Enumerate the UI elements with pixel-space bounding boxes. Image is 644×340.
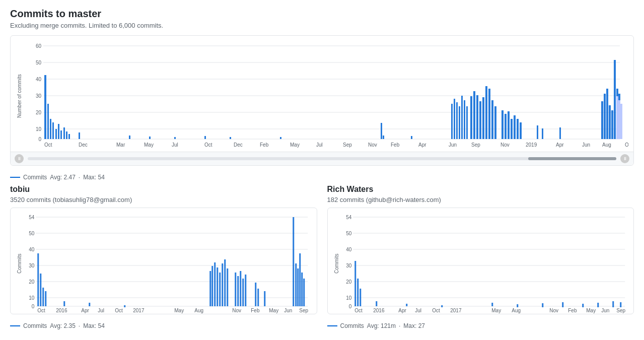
svg-text:Aug: Aug [512,308,521,313]
svg-text:2017: 2017 [133,308,145,313]
svg-rect-29 [230,137,231,139]
svg-rect-108 [40,274,41,306]
tobiu-avg: Avg: 2.35 [50,322,75,329]
svg-rect-175 [612,301,614,307]
tobiu-legend: Commits Avg: 2.35 · Max: 54 [10,318,317,333]
svg-text:0: 0 [32,304,35,309]
svg-rect-109 [42,288,44,306]
svg-rect-59 [559,127,561,139]
svg-rect-62 [606,89,608,139]
svg-text:May: May [491,308,501,313]
svg-rect-165 [360,289,361,306]
svg-rect-51 [505,114,507,139]
svg-rect-176 [620,302,621,307]
svg-rect-58 [542,128,543,139]
svg-text:Jun: Jun [284,308,292,313]
svg-rect-30 [280,137,281,139]
svg-text:May: May [269,308,278,313]
main-scrollbar-thumb[interactable] [528,157,616,160]
svg-text:Dec: Dec [234,142,243,148]
svg-rect-168 [441,305,443,307]
svg-rect-133 [299,253,301,306]
svg-rect-173 [582,304,584,307]
svg-text:Jul: Jul [98,308,104,313]
rich-waters-chart-area: 54 50 40 30 20 10 0 [339,213,629,314]
svg-text:20: 20 [29,279,35,285]
svg-rect-66 [616,96,618,139]
svg-text:May: May [290,142,300,148]
svg-text:Apr: Apr [556,142,564,148]
page-title: Commits to master [10,8,634,20]
svg-rect-174 [597,303,599,307]
svg-text:10: 10 [346,295,352,301]
svg-text:Oct: Oct [625,142,628,148]
svg-rect-21 [63,127,65,139]
svg-rect-27 [174,137,176,139]
svg-text:50: 50 [29,231,35,236]
svg-text:Aug: Aug [194,308,203,313]
tobiu-name: tobiu [10,185,317,194]
svg-rect-28 [204,136,206,139]
svg-text:2016: 2016 [373,308,385,313]
svg-text:Feb: Feb [251,308,260,313]
main-chart-legend: Commits Avg: 2.47 · Max: 54 [10,170,634,185]
svg-text:Apr: Apr [398,308,406,313]
svg-text:2016: 2016 [56,308,67,313]
svg-rect-25 [129,135,130,139]
svg-rect-18 [55,129,57,139]
svg-rect-123 [237,276,239,306]
svg-text:10: 10 [36,126,42,132]
svg-rect-163 [354,261,356,306]
main-play-button-right[interactable]: ⏸ [620,154,629,163]
svg-rect-41 [470,96,472,139]
svg-text:Feb: Feb [391,142,400,148]
svg-text:30: 30 [346,263,352,268]
svg-text:10: 10 [29,295,35,301]
svg-text:Apr: Apr [418,142,426,148]
svg-rect-128 [257,289,259,306]
rich-waters-legend: Commits Avg: 121m · Max: 27 [327,318,634,333]
svg-rect-23 [68,134,70,139]
main-chart-area: 60 50 40 30 20 10 0 [22,41,628,152]
svg-text:Nov: Nov [232,308,241,313]
tobiu-commits-info: 3520 commits (tobiasuhlig78@gmail.com) [10,196,317,203]
tobiu-legend-swatch [10,325,20,326]
svg-rect-107 [37,253,39,306]
svg-rect-31 [381,123,382,139]
svg-text:Feb: Feb [260,142,269,148]
svg-text:0: 0 [38,137,41,142]
svg-rect-167 [406,304,407,306]
svg-rect-69 [618,94,620,100]
svg-rect-14 [44,75,46,139]
main-scrollbar[interactable] [28,157,616,160]
svg-rect-111 [63,301,65,306]
contributor-section: tobiu 3520 commits (tobiasuhlig78@gmail.… [10,185,634,333]
svg-rect-37 [459,106,460,139]
svg-text:50: 50 [36,60,42,65]
svg-text:2017: 2017 [450,308,462,313]
svg-text:Oct: Oct [44,142,52,148]
tobiu-y-axis-label: Commits [16,213,22,314]
svg-rect-125 [242,279,244,306]
main-chart-controls: ⏸ ⏸ [11,152,633,165]
svg-rect-116 [214,262,216,306]
svg-rect-32 [383,135,384,139]
svg-rect-49 [494,106,496,139]
svg-rect-56 [520,122,522,139]
svg-rect-110 [45,291,46,306]
svg-rect-64 [611,110,613,139]
svg-rect-121 [227,268,228,306]
svg-rect-119 [222,263,223,306]
svg-text:40: 40 [29,247,35,252]
svg-text:Jul: Jul [172,142,178,148]
svg-text:Sep: Sep [616,308,625,313]
svg-text:Feb: Feb [568,308,577,313]
tobiu-legend-label: Commits [23,322,47,329]
svg-rect-36 [456,102,458,139]
svg-rect-33 [411,136,412,139]
legend-swatch [10,177,20,178]
svg-text:30: 30 [29,263,35,268]
tobiu-chart-svg: 54 50 40 30 20 10 0 [22,213,312,314]
svg-text:0: 0 [348,304,351,309]
main-play-button[interactable]: ⏸ [15,154,24,163]
